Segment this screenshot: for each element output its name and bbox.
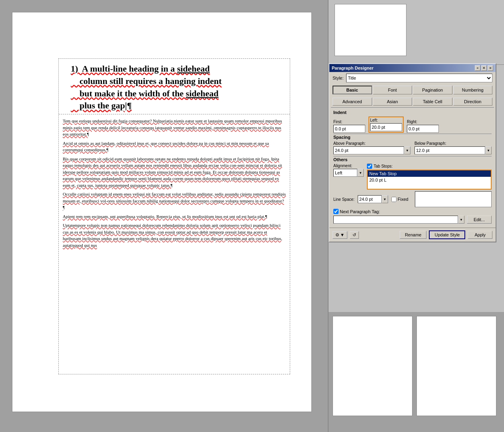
- alignment-label: Alignment:: [333, 164, 364, 168]
- line-space-arrow[interactable]: ▼: [382, 195, 388, 203]
- style-row: Style: Title: [329, 72, 496, 84]
- style-label: Style:: [333, 76, 344, 80]
- left-indent-group: Left:: [370, 118, 402, 131]
- tab-stops-list[interactable]: New Tab Stop 20.0 pt L: [367, 170, 492, 190]
- tab-stops-checkbox[interactable]: [367, 164, 372, 169]
- indent-section-title: Indent: [333, 110, 492, 115]
- left-indent-highlighted: Left:: [369, 116, 404, 133]
- first-indent-input[interactable]: [333, 125, 365, 133]
- above-para-arrow[interactable]: ▼: [404, 146, 410, 154]
- tab-stops-label-row: Tab Stops:: [367, 164, 492, 169]
- above-para-input[interactable]: [333, 146, 404, 154]
- refresh-button[interactable]: ↺: [350, 231, 359, 239]
- right-panel: Paragraph Designer « ✕ ≡ Style: Title Ba…: [329, 0, 504, 432]
- style-select[interactable]: Title: [346, 74, 492, 82]
- first-indent-group: First:: [333, 120, 365, 133]
- edit-button[interactable]: Edit...: [467, 216, 492, 224]
- tab-stop-detail: [415, 191, 492, 207]
- left-label: Left:: [370, 118, 402, 122]
- below-para-combo: ▼: [414, 146, 492, 154]
- tab-font[interactable]: Font: [373, 86, 412, 94]
- line-space-input[interactable]: [358, 195, 382, 203]
- collapse-button[interactable]: «: [475, 65, 480, 71]
- alignment-arrow[interactable]: ▼: [357, 169, 364, 177]
- fixed-label-group: Fixed: [391, 197, 408, 202]
- titlebar-buttons: « ✕ ≡: [475, 65, 493, 71]
- canvas-area: 1) A multi-line heading in a sidehead co…: [0, 0, 328, 432]
- others-row: Alignment: ▼ Tab Stops: New Tab Stop 20.…: [333, 164, 492, 190]
- tab-tablecell[interactable]: Table Cell: [413, 98, 452, 106]
- body-para-5: Apient rem rem escipsam, unt asperibusa …: [63, 213, 286, 220]
- tab-direction[interactable]: Direction: [453, 98, 493, 106]
- panel-titlebar: Paragraph Designer « ✕ ≡: [329, 64, 496, 72]
- bottom-toolbar: ⚙ ▼ ↺ Rename Update Style Apply: [329, 228, 496, 242]
- paragraph-designer-panel: Paragraph Designer « ✕ ≡ Style: Title Ba…: [329, 63, 496, 242]
- gear-button[interactable]: ⚙ ▼: [333, 231, 347, 239]
- line-space-combo: ▼: [358, 195, 388, 203]
- spacing-row: Above Paragraph: ▼ Below Paragraph: ▼: [333, 141, 492, 154]
- others-section-title: Others: [333, 157, 492, 162]
- fixed-checkbox[interactable]: [391, 197, 396, 202]
- alignment-group: Alignment: ▼: [333, 164, 364, 190]
- next-para-label: Next Paragraph Tag:: [340, 209, 380, 214]
- tab-advanced[interactable]: Advanced: [333, 98, 372, 106]
- apply-button[interactable]: Apply: [468, 231, 492, 239]
- rename-button[interactable]: Rename: [400, 231, 427, 239]
- body-para-6: Uptatempore volupis non namus eationsequ…: [63, 222, 286, 248]
- below-para-label: Below Paragraph:: [414, 141, 492, 146]
- left-indent-input[interactable]: [370, 123, 402, 131]
- tab-buttons-row2: Advanced Asian Table Cell Direction: [329, 96, 496, 107]
- body-paragraphs: Tem que estisqu undaestissi dit fugia co…: [59, 114, 290, 253]
- next-para-row: Next Paragraph Tag:: [333, 209, 492, 214]
- tab-stop-item-new[interactable]: New Tab Stop: [368, 170, 491, 177]
- line-space-row: Line Space: ▼ Fixed: [333, 191, 492, 207]
- next-para-combo: ▼: [333, 216, 464, 224]
- next-para-checkbox-group: Next Paragraph Tag:: [333, 209, 380, 214]
- alignment-combo: ▼: [333, 169, 364, 177]
- tab-asian[interactable]: Asian: [373, 98, 412, 106]
- line-space-label: Line Space:: [333, 197, 355, 202]
- above-para-combo: ▼: [333, 146, 410, 154]
- next-para-arrow[interactable]: ▼: [458, 216, 464, 224]
- top-decoration: [329, 0, 504, 65]
- document-page: 1) A multi-line heading in a sidehead co…: [12, 12, 312, 412]
- right-indent-group: Right:: [407, 120, 439, 133]
- spacing-section-title: Spacing: [333, 135, 492, 140]
- indent-row: First: Left: Right:: [333, 116, 492, 133]
- panel-content: Indent First: Left: Right:: [329, 108, 496, 228]
- first-label: First:: [333, 120, 365, 124]
- next-para-input[interactable]: [333, 216, 458, 224]
- right-bottom-area: [329, 312, 504, 432]
- bottom-page-left: [333, 316, 412, 416]
- tab-stop-item-20pt[interactable]: 20.0 pt L: [368, 177, 491, 183]
- close-button[interactable]: ✕: [481, 65, 487, 71]
- gear-arrow-icon: ▼: [340, 232, 345, 237]
- alignment-input[interactable]: [333, 169, 357, 177]
- below-para-arrow[interactable]: ▼: [485, 146, 492, 154]
- update-style-button[interactable]: Update Style: [429, 230, 465, 239]
- panel-title: Paragraph Designer: [332, 66, 374, 70]
- fixed-label: Fixed: [398, 197, 408, 202]
- body-para-3: Bis quae corporum sit odicid eum quaspit…: [63, 156, 286, 189]
- divider-2: [333, 156, 492, 156]
- below-para-group: Below Paragraph: ▼: [414, 141, 492, 154]
- text-frame: 1) A multi-line heading in a sidehead co…: [58, 58, 290, 374]
- next-para-input-row: ▼ Edit...: [333, 216, 492, 224]
- tab-numbering[interactable]: Numbering: [453, 86, 493, 94]
- tab-stops-label: Tab Stops:: [374, 164, 392, 168]
- gear-icon: ⚙: [335, 232, 339, 238]
- divider-1: [333, 134, 492, 134]
- above-para-label: Above Paragraph:: [333, 141, 410, 146]
- bottom-page-right: [416, 316, 496, 416]
- top-page-preview: [335, 4, 406, 56]
- next-para-checkbox[interactable]: [333, 209, 339, 214]
- body-para-1: Tem que estisqu undaestissi dit fugia co…: [63, 118, 286, 138]
- right-indent-input[interactable]: [407, 125, 439, 133]
- tab-basic[interactable]: Basic: [333, 86, 372, 94]
- body-para-4: Occulle catiissi voluptam id enem enes v…: [63, 191, 286, 211]
- right-label: Right:: [407, 120, 439, 124]
- below-para-input[interactable]: [414, 146, 485, 154]
- menu-button[interactable]: ≡: [488, 65, 493, 71]
- above-para-group: Above Paragraph: ▼: [333, 141, 410, 154]
- tab-pagination[interactable]: Pagination: [413, 86, 452, 94]
